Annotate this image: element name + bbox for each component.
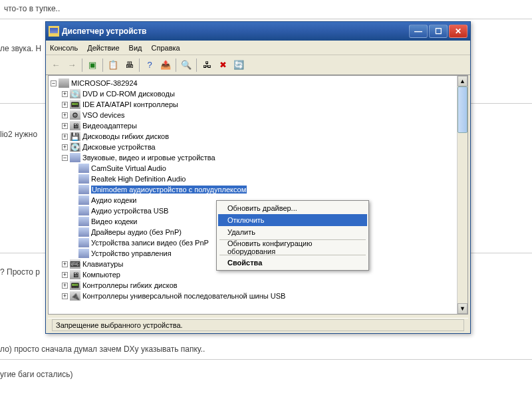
menu-view[interactable]: Вид	[129, 44, 142, 52]
toolbar-separator	[102, 59, 103, 72]
tree-category[interactable]: +📟Контроллеры гибких дисков	[51, 280, 466, 291]
expand-icon[interactable]: +	[62, 272, 68, 278]
properties-icon: 📋	[108, 60, 118, 70]
expand-icon[interactable]: +	[62, 261, 68, 267]
bg-text-4: ? Просто р	[0, 267, 40, 277]
expand-icon[interactable]: +	[62, 91, 68, 97]
tree-category[interactable]: +⚙VSO devices	[51, 110, 466, 120]
category-label: VSO devices	[82, 111, 125, 119]
window-title: Диспетчер устройств	[62, 27, 409, 36]
collapse-icon[interactable]: −	[62, 155, 68, 161]
device-label: Аудио кодеки	[91, 196, 136, 204]
device-category-icon: 💿	[70, 89, 80, 98]
tree-category[interactable]: +🔌Контроллеры универсальной последовател…	[51, 291, 466, 301]
tree-category[interactable]: +💿DVD и CD-ROM дисководы	[51, 88, 466, 99]
toolbar: ← → ▣ 📋 🖶 ? 📤 🔍 🖧 ✖ 🔄	[46, 55, 470, 75]
scan-icon: 🔍	[181, 60, 192, 70]
device-category-icon: ⌨	[70, 259, 80, 269]
bg-divider	[0, 359, 532, 360]
scroll-thumb[interactable]	[458, 86, 467, 133]
tree-category[interactable]: +📟IDE ATA/ATAPI контроллеры	[51, 99, 466, 110]
vertical-scrollbar[interactable]: ▲ ▼	[457, 76, 467, 314]
menubar: Консоль Действие Вид Справка	[46, 41, 470, 55]
device-label: Видео кодеки	[91, 217, 138, 225]
category-label: Клавиатуры	[82, 260, 123, 268]
nav-forward-button[interactable]: →	[65, 58, 79, 72]
tree-category[interactable]: +💽Дисковые устройства	[51, 142, 466, 152]
bg-text-5: ло) просто сначала думал зачем DXy указы…	[0, 344, 205, 354]
expand-icon[interactable]: +	[62, 102, 68, 108]
expand-icon[interactable]: +	[62, 134, 68, 140]
disable-device-button[interactable]: 🖧	[200, 58, 214, 72]
audio-device-icon	[78, 185, 89, 194]
ctx-delete[interactable]: Удалить	[218, 226, 367, 238]
audio-device-icon	[78, 164, 89, 173]
disable-icon: 🖧	[203, 60, 211, 70]
tree-category[interactable]: +💾Дисководы гибких дисков	[51, 131, 466, 142]
scroll-down-button[interactable]: ▼	[458, 303, 467, 314]
audio-device-icon	[78, 206, 89, 215]
bg-text-2: ле звука. Н	[0, 44, 41, 53]
status-text: Запрещение выбранного устройства.	[52, 319, 464, 331]
audio-device-icon	[78, 217, 89, 226]
export-button[interactable]: 📤	[158, 58, 173, 72]
help-icon: ?	[147, 60, 152, 70]
sound-icon	[70, 153, 80, 162]
uninstall-device-button[interactable]: ✖	[215, 58, 230, 72]
ctx-update-driver[interactable]: Обновить драйвер...	[218, 202, 367, 214]
computer-icon	[59, 78, 69, 88]
expand-icon[interactable]: +	[62, 112, 68, 118]
tree-device[interactable]: CamSuite Virtual Audio	[51, 163, 466, 174]
device-category-icon: 🖥	[70, 121, 80, 130]
tree-category-audio[interactable]: − Звуковые, видео и игровые устройства	[51, 152, 466, 163]
minimize-button[interactable]: —	[409, 25, 428, 38]
bg-text-6: угие баги остались)	[0, 370, 72, 379]
titlebar[interactable]: Диспетчер устройств — ☐ ✕	[46, 22, 470, 41]
menu-action[interactable]: Действие	[87, 44, 119, 52]
category-label: Контроллеры гибких дисков	[82, 281, 178, 289]
tree-category[interactable]: +🖥Компьютер	[51, 269, 466, 280]
update-driver-button[interactable]: 🔄	[231, 58, 246, 72]
help-button[interactable]: ?	[142, 58, 157, 72]
expand-icon[interactable]: +	[62, 123, 68, 129]
audio-device-icon	[78, 227, 89, 237]
category-label: DVD и CD-ROM дисководы	[82, 90, 175, 98]
expand-icon[interactable]: +	[62, 283, 68, 289]
device-label: Realtek High Definition Audio	[91, 175, 186, 183]
audio-device-icon	[78, 196, 89, 205]
statusbar: Запрещение выбранного устройства.	[48, 318, 468, 331]
menu-console[interactable]: Консоль	[50, 44, 78, 52]
device-tree[interactable]: − MICROSOF-382924 +💿DVD и CD-ROM дисково…	[49, 76, 467, 314]
category-label: Контроллеры универсальной последовательн…	[82, 292, 285, 300]
toolbar-separator	[176, 59, 176, 72]
ctx-disable[interactable]: Отключить	[218, 214, 367, 226]
tree-device[interactable]: Unimodem аудиоустройство с полудуплексом	[51, 184, 466, 195]
bg-text-1: что-то в тупке..	[4, 4, 60, 13]
audio-device-icon	[78, 238, 89, 247]
maximize-button[interactable]: ☐	[429, 25, 448, 38]
console-tree-button[interactable]: ▣	[85, 58, 100, 72]
category-label: Видеоадаптеры	[82, 122, 137, 130]
scroll-up-button[interactable]: ▲	[458, 76, 467, 86]
close-button[interactable]: ✕	[449, 25, 467, 38]
export-icon: 📤	[160, 60, 171, 70]
device-label: CamSuite Virtual Audio	[91, 164, 166, 172]
audio-device-icon	[78, 249, 89, 258]
expand-icon[interactable]: +	[62, 293, 68, 299]
ctx-properties[interactable]: Свойства	[218, 257, 367, 269]
toolbar-separator	[196, 59, 197, 72]
scan-hardware-button[interactable]: 🔍	[179, 58, 194, 72]
expand-icon[interactable]: +	[62, 144, 68, 150]
tree-device[interactable]: Realtek High Definition Audio	[51, 174, 466, 184]
device-category-icon: ⚙	[70, 110, 80, 120]
menu-help[interactable]: Справка	[152, 44, 180, 52]
nav-back-button[interactable]: ←	[49, 58, 63, 72]
tree-category[interactable]: +🖥Видеоадаптеры	[51, 120, 466, 131]
properties-button[interactable]: 📋	[106, 58, 120, 72]
ctx-refresh-hw[interactable]: Обновить конфигурацию оборудования	[218, 241, 367, 253]
device-label: Драйверы аудио (без PnP)	[91, 228, 182, 236]
print-button[interactable]: 🖶	[122, 58, 136, 72]
print-icon: 🖶	[125, 60, 134, 70]
tree-root[interactable]: − MICROSOF-382924	[51, 78, 466, 88]
collapse-icon[interactable]: −	[51, 80, 57, 86]
